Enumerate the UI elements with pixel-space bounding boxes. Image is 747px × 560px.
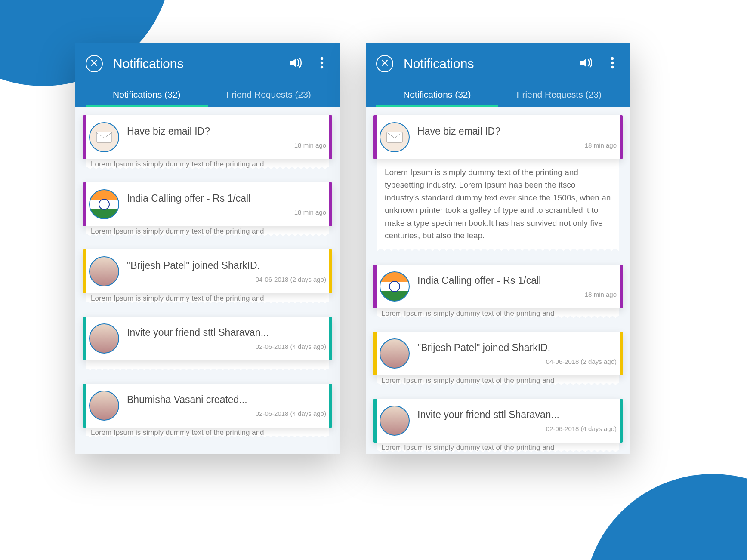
notification-time: 18 min ago [417,142,617,149]
accent-stripe [83,182,86,226]
notification-time: 04-06-2018 (2 days ago) [417,358,617,365]
avatar [89,391,119,421]
notification-time: 02-06-2018 (4 days ago) [417,425,617,432]
accent-stripe [329,384,332,428]
more-vertical-icon [320,57,324,71]
screen-expanded: Notifications Notifications (32) Friend … [366,43,630,454]
tab-friend-requests[interactable]: Friend Requests (23) [498,84,620,107]
notification-title: "Brijesh Patel" joined SharkID. [127,260,326,271]
avatar [380,271,410,302]
close-button[interactable] [86,55,103,72]
avatar [380,338,410,369]
avatar [89,256,119,286]
notification-item[interactable]: Invite your friend sttl Sharavan... 02-0… [83,317,332,372]
accent-stripe [620,115,623,159]
svg-rect-3 [96,132,112,142]
screen-collapsed: Notifications Notifications (32) Friend … [75,43,340,454]
notification-list: Have biz email ID? 18 min ago Lorem Ipsu… [366,107,630,454]
app-header: Notifications Notifications (32) Friend … [75,43,340,107]
status-dot-icon [112,391,117,396]
notification-item-expanded[interactable]: Have biz email ID? 18 min ago Lorem Ipsu… [374,115,623,252]
svg-point-2 [321,66,323,68]
svg-point-0 [321,57,323,60]
avatar [89,122,119,152]
volume-icon [580,57,593,71]
accent-stripe [329,317,332,360]
accent-stripe [374,399,377,443]
avatar [89,189,119,219]
notification-list: Have biz email ID? 18 min ago Lorem Ipsu… [75,107,340,439]
notification-title: Have biz email ID? [417,126,617,137]
bg-shape-bottom-right [583,474,747,560]
notification-item[interactable]: "Brijesh Patel" joined SharkID. 04-06-20… [83,249,332,305]
sound-button[interactable] [579,57,594,71]
accent-stripe [83,115,86,159]
notification-time: 04-06-2018 (2 days ago) [127,276,326,283]
volume-icon [289,57,303,71]
notification-preview [86,360,329,372]
close-icon [381,59,388,68]
accent-stripe [83,384,86,428]
tab-friend-requests[interactable]: Friend Requests (23) [208,84,330,107]
page-title: Notifications [404,56,568,71]
notification-item[interactable]: India Calling offer - Rs 1/call 18 min a… [374,265,623,320]
accent-stripe [329,249,332,293]
accent-stripe [329,115,332,159]
notification-item[interactable]: Have biz email ID? 18 min ago Lorem Ipsu… [83,115,332,170]
notification-item[interactable]: India Calling offer - Rs 1/call 18 min a… [83,182,332,237]
accent-stripe [374,265,377,308]
accent-stripe [620,332,623,375]
notification-title: India Calling offer - Rs 1/call [417,275,617,286]
tab-notifications[interactable]: Notifications (32) [376,84,498,107]
notification-time: 18 min ago [127,142,326,149]
svg-rect-7 [387,132,402,142]
svg-point-4 [611,57,614,60]
accent-stripe [374,115,377,159]
tab-notifications[interactable]: Notifications (32) [86,84,208,107]
notification-title: Invite your friend sttl Sharavan... [127,327,326,338]
notification-time: 02-06-2018 (4 days ago) [127,343,326,350]
page-title: Notifications [113,56,278,71]
avatar [380,406,410,436]
notification-title: "Brijesh Patel" joined SharkID. [417,342,617,354]
sound-button[interactable] [288,57,304,71]
notification-body: Lorem Ipsum is simply dummy text of the … [377,159,619,252]
close-icon [91,59,98,68]
notification-time: 02-06-2018 (4 days ago) [127,410,326,417]
accent-stripe [620,399,623,443]
notification-item[interactable]: "Brijesh Patel" joined SharkID. 04-06-20… [374,332,623,387]
notification-title: Have biz email ID? [127,126,326,137]
accent-stripe [620,265,623,308]
accent-stripe [329,182,332,226]
notification-title: Invite your friend sttl Sharavan... [417,409,617,421]
svg-point-6 [611,66,614,68]
overflow-menu-button[interactable] [314,57,330,71]
notification-title: Bhumisha Vasani created... [127,394,326,406]
close-button[interactable] [376,55,393,72]
tab-bar: Notifications (32) Friend Requests (23) [86,84,330,107]
tab-bar: Notifications (32) Friend Requests (23) [376,84,620,107]
notification-item[interactable]: Invite your friend sttl Sharavan... 02-0… [374,399,623,454]
notification-time: 18 min ago [127,209,326,216]
accent-stripe [374,332,377,375]
avatar [380,122,410,152]
notification-title: India Calling offer - Rs 1/call [127,193,326,204]
app-header: Notifications Notifications (32) Friend … [366,43,630,107]
svg-point-5 [611,62,614,64]
notification-time: 18 min ago [417,291,617,298]
accent-stripe [83,249,86,293]
notification-item[interactable]: Bhumisha Vasani created... 02-06-2018 (4… [83,384,332,439]
accent-stripe [83,317,86,360]
more-vertical-icon [611,57,614,71]
svg-point-1 [321,62,323,64]
avatar [89,323,119,354]
overflow-menu-button[interactable] [605,57,620,71]
